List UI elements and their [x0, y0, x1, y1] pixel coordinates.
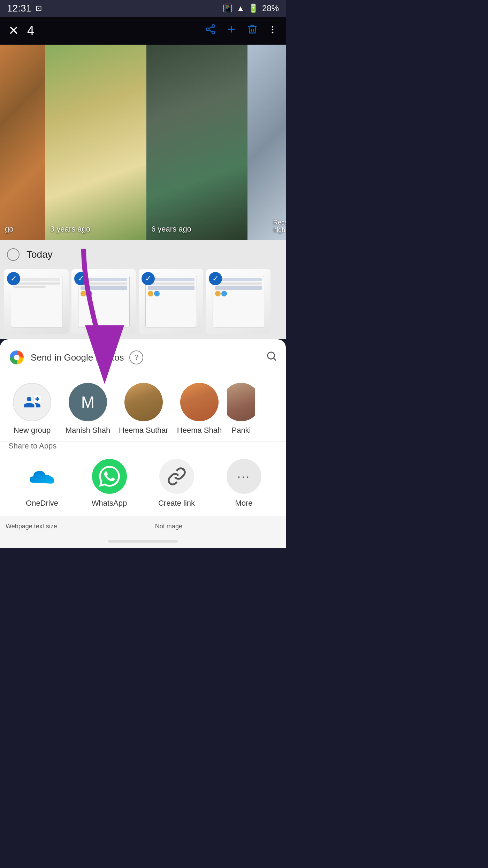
today-label: Today: [26, 249, 53, 260]
heema-suthar-name: Heema Suthar: [119, 425, 168, 436]
gp-left: Send in Google Photos ?: [8, 349, 143, 366]
whatsapp-name: WhatsApp: [92, 499, 127, 508]
thumbnail-3[interactable]: ✓: [139, 269, 203, 334]
contact-heema-shah[interactable]: Heema Shah: [171, 383, 227, 436]
contacts-row: New group M Manish Shah Heema Suthar Hee…: [0, 373, 286, 438]
thumb-check-2[interactable]: ✓: [74, 272, 87, 285]
gallery-photo-2[interactable]: 3 years ago: [45, 45, 146, 240]
svg-point-10: [14, 355, 20, 360]
wifi-icon: ▲: [236, 3, 245, 13]
apps-row: OneDrive WhatsApp Cre: [8, 459, 277, 508]
google-photos-label: Send in Google Photos: [31, 352, 124, 363]
panki-avatar: [227, 383, 255, 421]
page-bottom-bar: Webpage text size Not mage: [0, 516, 286, 537]
svg-point-2: [212, 31, 215, 34]
manish-name: Manish Shah: [66, 425, 110, 436]
svg-point-7: [272, 26, 274, 28]
whatsapp-icon: [92, 459, 127, 494]
share-icon[interactable]: [205, 24, 216, 38]
heema-shah-avatar: [180, 383, 219, 421]
more-icon[interactable]: [268, 24, 277, 37]
home-bar-wrap: [0, 537, 286, 548]
help-button[interactable]: ?: [129, 350, 143, 364]
photos-section: Today ✓: [0, 240, 286, 339]
contact-manish[interactable]: M Manish Shah: [60, 383, 116, 436]
contact-new-group[interactable]: New group: [4, 383, 60, 436]
gallery-photo-4[interactable]: Recehigh: [247, 45, 286, 240]
create-link-icon: [159, 459, 194, 494]
new-group-avatar: [13, 383, 51, 421]
manish-avatar: M: [69, 383, 107, 421]
thumbnail-1[interactable]: ✓: [4, 269, 69, 334]
svg-point-1: [206, 28, 209, 31]
share-section: Share to Apps On: [0, 441, 286, 516]
svg-point-8: [272, 29, 274, 30]
selection-count: 4: [27, 23, 34, 38]
search-button[interactable]: [266, 350, 277, 365]
page-bottom-center: Not mage: [155, 523, 182, 530]
svg-point-11: [268, 352, 275, 359]
contact-panki[interactable]: Panki: [227, 383, 255, 436]
svg-line-3: [209, 30, 212, 32]
thumb-check-1[interactable]: ✓: [7, 272, 20, 285]
heema-shah-name: Heema Shah: [177, 425, 222, 436]
app-create-link[interactable]: Create link: [147, 459, 206, 508]
top-bar: ✕ 4: [0, 17, 286, 45]
notification-icon: ⊡: [36, 4, 42, 13]
svg-point-0: [212, 25, 215, 28]
thumbnails-row: ✓ ✓: [0, 266, 286, 339]
svg-point-9: [272, 31, 274, 33]
create-link-name: Create link: [158, 499, 195, 508]
photo-label-3: 6 years ago: [151, 225, 191, 234]
home-bar: [108, 540, 178, 543]
thumb-check-3[interactable]: ✓: [142, 272, 155, 285]
photo-label-1: go: [5, 225, 13, 234]
status-left: 12:31 ⊡: [7, 3, 42, 14]
gallery-photo-3[interactable]: 6 years ago: [146, 45, 247, 240]
share-title: Share to Apps: [8, 441, 277, 451]
app-whatsapp[interactable]: WhatsApp: [80, 459, 139, 508]
heema-suthar-avatar: [124, 383, 163, 421]
time: 12:31: [7, 3, 31, 14]
thumbnail-4[interactable]: ✓: [206, 269, 270, 334]
new-group-label: New group: [14, 425, 51, 436]
top-bar-left: ✕ 4: [8, 23, 34, 38]
delete-icon[interactable]: [247, 24, 258, 38]
google-photos-logo: [8, 349, 25, 366]
app-onedrive[interactable]: OneDrive: [13, 459, 72, 508]
app-more[interactable]: ··· More: [214, 459, 274, 508]
help-icon: ?: [134, 353, 138, 362]
bottom-sheet: Send in Google Photos ? New group: [0, 339, 286, 516]
gallery-area: go 3 years ago 6 years ago Recehigh: [0, 45, 286, 240]
onedrive-icon: [25, 459, 60, 494]
panki-name: Panki: [231, 425, 251, 436]
svg-line-12: [274, 358, 276, 361]
today-select-circle[interactable]: [7, 248, 20, 261]
battery-percent: 28%: [262, 3, 279, 13]
thumbnail-2[interactable]: ✓: [71, 269, 136, 334]
add-icon[interactable]: [226, 24, 237, 38]
close-button[interactable]: ✕: [8, 23, 19, 38]
svg-line-4: [209, 27, 212, 29]
photo-label-4: Recehigh: [273, 219, 286, 234]
status-bar: 12:31 ⊡ 📳 ▲ 🔋 28%: [0, 0, 286, 17]
vibrate-icon: 📳: [222, 3, 233, 13]
photo-label-2: 3 years ago: [50, 225, 90, 234]
onedrive-name: OneDrive: [26, 499, 58, 508]
thumb-check-4[interactable]: ✓: [209, 272, 222, 285]
page-bottom-left: Webpage text size: [6, 523, 57, 530]
top-bar-right: [205, 24, 277, 38]
battery-icon: 🔋: [248, 3, 259, 13]
contact-heema-suthar[interactable]: Heema Suthar: [116, 383, 171, 436]
google-photos-row: Send in Google Photos ?: [0, 339, 286, 373]
more-apps-name: More: [235, 499, 252, 508]
gallery-photo-1[interactable]: go: [0, 45, 45, 240]
today-header: Today: [0, 240, 286, 266]
status-right: 📳 ▲ 🔋 28%: [222, 3, 279, 13]
more-apps-icon: ···: [227, 459, 261, 494]
